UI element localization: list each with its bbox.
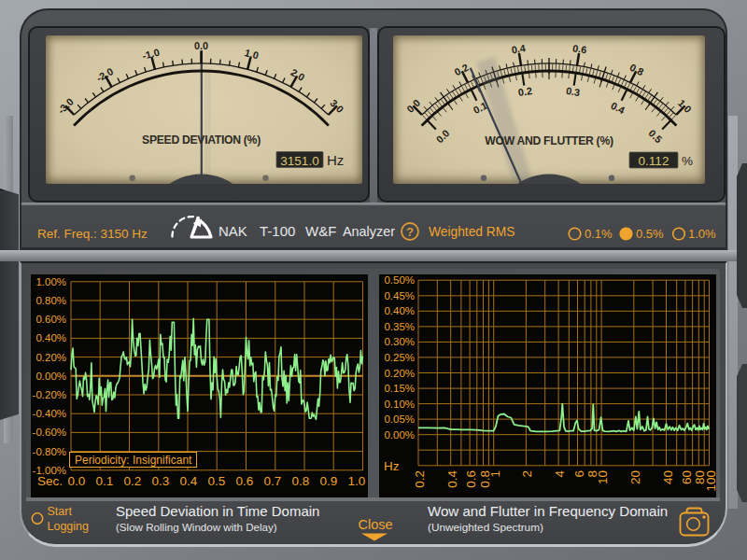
svg-text:0.80%: 0.80% [35,295,66,306]
svg-text:0.20%: 0.20% [35,352,66,363]
svg-text:0.4: 0.4 [511,42,527,55]
svg-text:100: 100 [704,470,718,492]
svg-text:-0.80%: -0.80% [33,446,66,457]
svg-text:0.00%: 0.00% [384,429,415,441]
svg-text:0.4: 0.4 [609,100,627,116]
svg-text:0.00%: 0.00% [35,371,66,382]
svg-text:T-100: T-100 [260,223,295,239]
svg-text:0.3: 0.3 [565,85,581,98]
svg-text:3151.0: 3151.0 [280,154,318,168]
svg-text:0.10%: 0.10% [384,399,415,410]
svg-text:SPEED DEVIATION (%): SPEED DEVIATION (%) [142,133,261,147]
svg-text:Wow and Flutter in Frequency D: Wow and Flutter in Frequency Domain [428,503,668,519]
svg-text:0.2: 0.2 [453,62,471,77]
svg-text:WOW AND FLUTTER (%): WOW AND FLUTTER (%) [485,134,613,147]
svg-text:%: % [682,154,693,168]
svg-text:0.25%: 0.25% [384,352,415,363]
svg-text:0.15%: 0.15% [384,383,415,394]
svg-text:0.7: 0.7 [264,474,282,488]
svg-text:2: 2 [520,470,534,478]
svg-text:0.5: 0.5 [646,127,664,145]
svg-text:-0.40%: -0.40% [33,408,66,419]
svg-text:0.0: 0.0 [194,40,208,51]
svg-text:Hz: Hz [327,152,344,168]
svg-text:0.6: 0.6 [464,470,478,488]
svg-text:6: 6 [572,470,586,478]
svg-text:0.8: 0.8 [292,474,310,488]
svg-text:W&F: W&F [305,223,336,239]
svg-text:0.4: 0.4 [180,474,198,488]
svg-text:0.5%: 0.5% [636,227,664,241]
svg-text:1.0%: 1.0% [688,227,716,241]
svg-text:(Unweighted Spectrum): (Unweighted Spectrum) [428,521,543,534]
svg-text:0.40%: 0.40% [384,305,415,316]
svg-text:0.35%: 0.35% [384,321,415,332]
svg-text:-0.60%: -0.60% [33,427,66,438]
svg-text:Start: Start [48,505,73,518]
svg-text:?: ? [406,225,414,239]
svg-text:(Slow Rolling Window with Dela: (Slow Rolling Window with Delay) [116,521,277,533]
svg-text:Hz: Hz [384,459,400,473]
svg-text:0.2: 0.2 [413,470,427,488]
svg-text:10: 10 [596,470,610,484]
svg-text:0.50%: 0.50% [384,274,415,286]
svg-text:0.1: 0.1 [96,474,114,488]
svg-text:0.112: 0.112 [639,154,669,168]
svg-text:2.0: 2.0 [289,66,306,83]
svg-text:0.45%: 0.45% [384,290,415,301]
svg-text:0.6: 0.6 [236,474,254,488]
svg-text:0.0: 0.0 [68,474,86,488]
svg-text:20: 20 [628,470,642,484]
svg-text:Speed Deviation in Time Domain: Speed Deviation in Time Domain [116,503,319,519]
svg-text:Logging: Logging [48,520,90,533]
svg-text:0.4: 0.4 [445,470,459,488]
svg-text:0.5: 0.5 [208,474,226,488]
svg-text:0.60%: 0.60% [35,314,66,325]
svg-text:-2.0: -2.0 [94,65,115,84]
svg-text:0.2: 0.2 [124,474,142,488]
svg-text:Close: Close [359,517,393,532]
svg-text:0.6: 0.6 [571,42,587,55]
svg-text:Weighted RMS: Weighted RMS [429,225,515,239]
svg-text:0.30%: 0.30% [384,336,415,347]
svg-text:4: 4 [553,470,567,478]
svg-text:0.2: 0.2 [517,85,533,98]
svg-text:1: 1 [488,470,502,478]
svg-text:1.00%: 1.00% [35,276,66,287]
svg-text:0.05%: 0.05% [384,413,415,425]
svg-text:1.0: 1.0 [348,474,366,488]
svg-text:0.8: 0.8 [628,62,646,77]
svg-text:0.0: 0.0 [433,127,451,145]
svg-text:Periodicity: Insignificant: Periodicity: Insignificant [75,454,192,467]
svg-text:0.9: 0.9 [320,474,338,488]
svg-text:-1.0: -1.0 [141,47,161,62]
svg-text:NAK: NAK [218,223,247,239]
svg-text:Analyzer: Analyzer [343,224,395,239]
svg-text:60: 60 [680,470,694,484]
svg-text:Ref. Freq.: 3150 Hz: Ref. Freq.: 3150 Hz [37,227,148,241]
svg-text:1.0: 1.0 [244,47,261,61]
svg-text:-0.20%: -0.20% [33,389,66,400]
svg-text:0.1%: 0.1% [585,227,613,241]
svg-text:Sec.: Sec. [37,474,63,488]
svg-text:0.3: 0.3 [152,474,170,488]
svg-text:0.20%: 0.20% [384,368,415,379]
svg-text:0.40%: 0.40% [35,332,66,343]
svg-text:40: 40 [661,470,675,484]
